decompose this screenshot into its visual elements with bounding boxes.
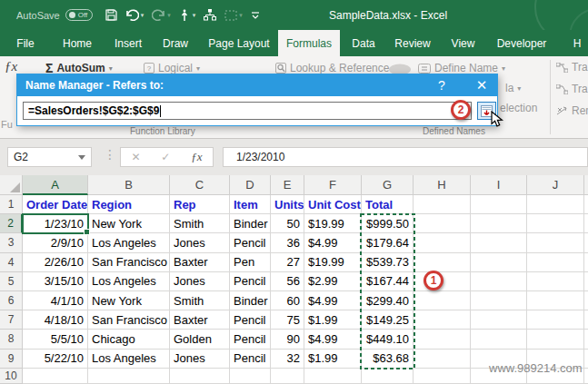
cell-J7[interactable]: [527, 310, 584, 330]
column-header-A[interactable]: A: [23, 175, 88, 195]
logical-button[interactable]: ? Logical ▾: [144, 62, 200, 74]
cell-H3[interactable]: [414, 233, 471, 252]
cell-A9[interactable]: 5/22/10: [23, 350, 88, 369]
tab-draw[interactable]: Draw: [153, 30, 198, 56]
cell-C4[interactable]: Baxter: [170, 253, 230, 272]
autosave-toggle[interactable]: Off: [65, 9, 93, 21]
formula-input[interactable]: 1/23/2010: [223, 147, 588, 167]
redo-button[interactable]: ▾: [152, 9, 171, 21]
cell-E4[interactable]: 27: [271, 253, 304, 272]
cell-A5[interactable]: 3/15/10: [23, 272, 88, 291]
cell-C9[interactable]: Jones: [170, 350, 230, 369]
cell-A4[interactable]: 2/26/10: [23, 253, 88, 272]
column-header-I[interactable]: I: [471, 175, 527, 195]
insert-function-icon[interactable]: ƒx: [5, 59, 17, 74]
undo-button[interactable]: ▾: [125, 9, 145, 21]
cell-D5[interactable]: Pencil: [230, 272, 271, 291]
cell-H7[interactable]: [414, 310, 471, 330]
row-header-8[interactable]: 8: [0, 330, 23, 349]
cell-E9[interactable]: 32: [271, 350, 304, 369]
cell-B8[interactable]: Chicago: [88, 330, 170, 349]
cell-A10[interactable]: [23, 369, 88, 384]
cell-D4[interactable]: Pen: [230, 253, 271, 272]
row-header-5[interactable]: 5: [0, 272, 23, 291]
cell-F3[interactable]: $4.99: [304, 233, 362, 252]
cell-J4[interactable]: [527, 253, 584, 272]
cell-E7[interactable]: 75: [271, 310, 304, 330]
cell-H8[interactable]: [414, 330, 471, 349]
cell-C8[interactable]: Golden: [170, 330, 230, 349]
create-from-selection-cut[interactable]: election: [500, 102, 537, 114]
cell-F1[interactable]: Unit Cost: [304, 195, 362, 214]
tab-page-layout[interactable]: Page Layout: [199, 30, 279, 56]
cell-A1[interactable]: Order Date: [23, 195, 88, 214]
cell-D6[interactable]: Binder: [230, 291, 271, 310]
cell-H9[interactable]: [414, 350, 471, 369]
name-box[interactable]: G2: [7, 147, 92, 167]
cell-F7[interactable]: $1.99: [304, 310, 362, 330]
org-chart-icon[interactable]: [204, 9, 216, 21]
formula-bar-splitter[interactable]: ⋮: [104, 147, 116, 162]
cell-C1[interactable]: Rep: [170, 195, 230, 214]
tab-home[interactable]: Home: [51, 30, 104, 56]
cell-F6[interactable]: $4.99: [304, 291, 362, 310]
customize-qat-icon[interactable]: [251, 11, 260, 20]
cell-H6[interactable]: [414, 291, 471, 310]
column-header-F[interactable]: F: [304, 175, 362, 195]
cell-B7[interactable]: San Francisco: [88, 310, 170, 330]
cell-D1[interactable]: Item: [230, 195, 271, 214]
cell-C2[interactable]: Smith: [170, 214, 230, 233]
name-box-dropdown-icon[interactable]: [78, 155, 85, 160]
cell-B3[interactable]: Los Angeles: [88, 233, 170, 252]
define-name-button[interactable]: Define Name ▾: [418, 62, 505, 74]
cell-E10[interactable]: [271, 369, 304, 384]
cell-G10[interactable]: [362, 369, 414, 384]
cell-D9[interactable]: Pencil: [230, 350, 271, 369]
tab-review[interactable]: Review: [386, 30, 439, 56]
cell-F4[interactable]: $19.99: [304, 253, 362, 272]
cell-H1[interactable]: [414, 195, 471, 214]
cell-F10[interactable]: [304, 369, 362, 384]
cell-I8[interactable]: [471, 330, 527, 349]
column-header-D[interactable]: D: [230, 175, 271, 195]
cell-A6[interactable]: 4/1/10: [23, 291, 88, 310]
marquee-icon[interactable]: ▾: [224, 10, 243, 21]
cell-D7[interactable]: Pencil: [230, 310, 271, 330]
cell-E5[interactable]: 56: [271, 272, 304, 291]
cell-B2[interactable]: New York: [88, 214, 170, 233]
insert-function-fx-icon[interactable]: ƒx: [191, 150, 202, 164]
cell-H2[interactable]: [414, 214, 471, 233]
column-header-E[interactable]: E: [271, 175, 304, 195]
cell-J8[interactable]: [527, 330, 584, 349]
cell-F2[interactable]: $19.99: [304, 214, 362, 233]
cell-F5[interactable]: $2.99: [304, 272, 362, 291]
column-header-H[interactable]: H: [414, 175, 471, 195]
column-header-G[interactable]: G: [362, 175, 414, 195]
row-header-6[interactable]: 6: [0, 291, 23, 310]
cell-C10[interactable]: [170, 369, 230, 384]
row-header-3[interactable]: 3: [0, 233, 23, 252]
select-all-corner[interactable]: [0, 175, 23, 195]
tab-view[interactable]: View: [439, 30, 487, 56]
cancel-icon[interactable]: ✕: [131, 151, 140, 163]
cell-D3[interactable]: Pencil: [230, 233, 271, 252]
cell-I5[interactable]: [471, 272, 527, 291]
cell-I7[interactable]: [471, 310, 527, 330]
tab-data[interactable]: Data: [340, 30, 387, 56]
row-header-9[interactable]: 9: [0, 350, 23, 369]
cell-C3[interactable]: Jones: [170, 233, 230, 252]
cell-B4[interactable]: San Francisco: [88, 253, 170, 272]
cell-F8[interactable]: $4.99: [304, 330, 362, 349]
cell-D8[interactable]: Pencil: [230, 330, 271, 349]
cell-J3[interactable]: [527, 233, 584, 252]
cell-F9[interactable]: $1.99: [304, 350, 362, 369]
tab-developer[interactable]: Developer: [486, 30, 557, 56]
row-header-10[interactable]: 10: [0, 369, 23, 384]
tab-file[interactable]: File: [7, 30, 44, 56]
cell-C6[interactable]: Smith: [170, 291, 230, 310]
cell-C7[interactable]: Baxter: [170, 310, 230, 330]
cell-J2[interactable]: [527, 214, 584, 233]
cell-B10[interactable]: [88, 369, 170, 384]
cell-I6[interactable]: [471, 291, 527, 310]
use-in-formula-cut[interactable]: la ▾: [505, 82, 521, 94]
